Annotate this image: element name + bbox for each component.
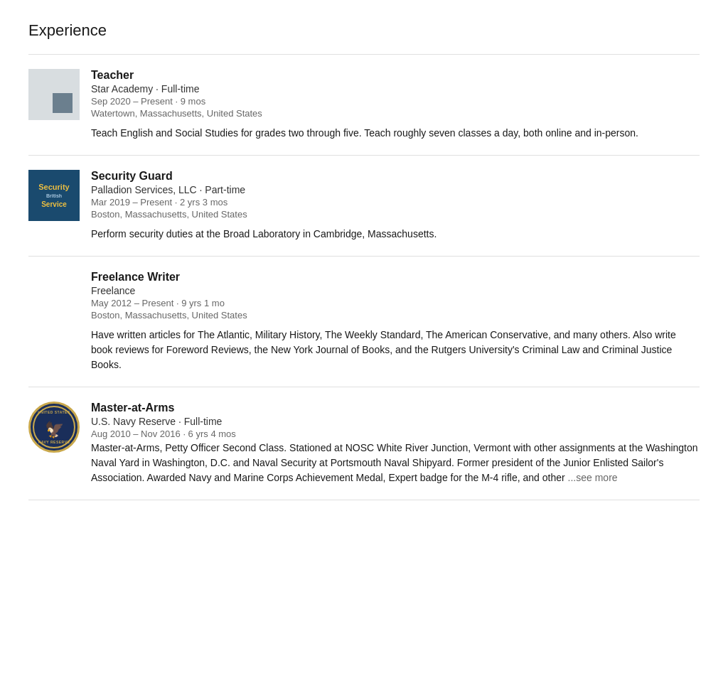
company-logo-teacher: [28, 69, 80, 120]
company-logo-freelance: [28, 271, 80, 322]
job-description-teacher: Teach English and Social Studies for gra…: [91, 126, 700, 141]
job-company-security-guard: Palladion Services, LLC · Part-time: [91, 184, 700, 195]
job-description-master-at-arms: Master-at-Arms, Petty Officer Second Cla…: [91, 441, 700, 485]
experience-list: Teacher Star Academy · Full-time Sep 202…: [28, 54, 700, 500]
experience-item-master-at-arms: UNITED STATES 🦅 NAVY RESERVE Master-at-A…: [28, 387, 700, 500]
job-title-teacher: Teacher: [91, 69, 700, 82]
job-title-security-guard: Security Guard: [91, 170, 700, 183]
job-duration-master-at-arms: Aug 2010 – Nov 2016 · 6 yrs 4 mos: [91, 429, 700, 439]
job-location-freelance-writer: Boston, Massachusetts, United States: [91, 310, 700, 321]
experience-content-freelance-writer: Freelance Writer Freelance May 2012 – Pr…: [91, 271, 700, 372]
experience-content-security-guard: Security Guard Palladion Services, LLC ·…: [91, 170, 700, 242]
experience-item-security-guard: Security British Service Security Guard …: [28, 156, 700, 257]
job-company-teacher: Star Academy · Full-time: [91, 83, 700, 95]
experience-item-teacher: Teacher Star Academy · Full-time Sep 202…: [28, 55, 700, 156]
job-company-master-at-arms: U.S. Navy Reserve · Full-time: [91, 416, 700, 427]
job-description-security-guard: Perform security duties at the Broad Lab…: [91, 227, 700, 242]
job-location-teacher: Watertown, Massachusetts, United States: [91, 108, 700, 119]
see-more-link[interactable]: ...see more: [568, 472, 618, 483]
job-title-freelance-writer: Freelance Writer: [91, 271, 700, 284]
job-duration-freelance-writer: May 2012 – Present · 9 yrs 1 mo: [91, 298, 700, 308]
experience-item-freelance-writer: Freelance Writer Freelance May 2012 – Pr…: [28, 257, 700, 387]
experience-content-teacher: Teacher Star Academy · Full-time Sep 202…: [91, 69, 700, 141]
job-location-security-guard: Boston, Massachusetts, United States: [91, 209, 700, 220]
job-title-master-at-arms: Master-at-Arms: [91, 402, 700, 414]
job-duration-teacher: Sep 2020 – Present · 9 mos: [91, 96, 700, 107]
company-logo-master-at-arms: UNITED STATES 🦅 NAVY RESERVE: [28, 402, 80, 453]
job-duration-security-guard: Mar 2019 – Present · 2 yrs 3 mos: [91, 197, 700, 208]
company-logo-security-guard: Security British Service: [28, 170, 80, 221]
job-company-freelance-writer: Freelance: [91, 285, 700, 296]
experience-content-master-at-arms: Master-at-Arms U.S. Navy Reserve · Full-…: [91, 402, 700, 485]
job-description-freelance-writer: Have written articles for The Atlantic, …: [91, 328, 700, 372]
section-title: Experience: [28, 21, 700, 40]
